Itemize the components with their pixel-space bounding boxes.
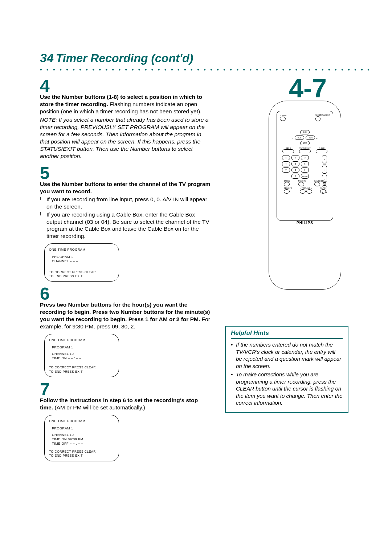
hints-item-1: If the numbers entered do not match the … bbox=[231, 341, 343, 369]
osd5-title: ONE TIME PROGRAM bbox=[49, 247, 114, 252]
step-number-7: 7 bbox=[40, 381, 211, 398]
step-6-lead-bold: Press two Number buttons for the hour(s)… bbox=[40, 302, 210, 322]
remote-num-8: 8 bbox=[291, 167, 299, 173]
step-5-bullet-1: If you are recording from line input, pr… bbox=[40, 196, 211, 210]
step-range-label: 4-7 bbox=[289, 75, 327, 101]
remote-rec-button bbox=[284, 189, 290, 194]
remote-tracking-dn bbox=[300, 189, 306, 194]
helpful-hints-box: Helpful Hints If the numbers entered do … bbox=[225, 326, 348, 413]
remote-tracking-up bbox=[306, 189, 312, 194]
page-title: Timer Recording (cont'd) bbox=[56, 52, 193, 65]
remote-illustration: POWER SLEEP/WAKE UP PLAY bbox=[269, 101, 341, 290]
remote-pause-button bbox=[314, 182, 320, 186]
remote-label-speed: SPEED bbox=[284, 180, 290, 182]
osd7-l4: TIME OFF – – : – – bbox=[52, 441, 114, 446]
osd6-f2: TO END PRESS EXIT bbox=[49, 370, 114, 374]
remote-ch-up: ʌ bbox=[322, 155, 327, 163]
remote-vol-up: ʌ bbox=[322, 175, 327, 183]
remote-label-power: POWER bbox=[280, 115, 287, 117]
step-number-5: 5 bbox=[40, 165, 211, 182]
remote-label-ch: CH bbox=[322, 163, 327, 165]
osd6-l2: CHANNEL 10 bbox=[52, 352, 114, 356]
remote-num-4: 4 bbox=[282, 161, 290, 166]
step-number-4: 4 bbox=[40, 77, 211, 95]
osd5-f1: TO CORRECT PRESS CLEAR bbox=[49, 270, 114, 274]
remote-stop-button: STOP bbox=[300, 141, 310, 145]
remote-label-recotr: REC/OTR bbox=[284, 187, 292, 189]
remote-number-pad: 1 2 3 4 5 6 7 8 9 0 ALT CH bbox=[282, 155, 311, 179]
remote-status-button bbox=[299, 149, 311, 153]
osd-step-6: ONE TIME PROGRAM PROGRAM 1 CHANNEL 10 TI… bbox=[44, 334, 119, 377]
step-4-note: NOTE: If you select a number that alread… bbox=[40, 116, 211, 159]
remote-label-vol: VOL bbox=[322, 183, 327, 185]
remote-power-button bbox=[280, 117, 286, 121]
step-7-lead-rest: (AM or PM will be set automatically.) bbox=[53, 404, 145, 411]
step-4-text: Use the Number buttons (1-8) to select a… bbox=[40, 93, 211, 115]
step-6-text: Press two Number buttons for the hour(s)… bbox=[40, 301, 211, 330]
osd7-l1: PROGRAM 1 bbox=[52, 426, 114, 430]
remote-num-1: 1 bbox=[282, 155, 290, 160]
osd5-f2: TO END PRESS EXIT bbox=[49, 274, 114, 278]
remote-num-5: 5 bbox=[291, 161, 299, 166]
remote-num-2: 2 bbox=[291, 155, 299, 160]
remote-altch-button: ALT CH bbox=[301, 174, 309, 179]
osd-step-5: ONE TIME PROGRAM PROGRAM 1 CHANNEL – – –… bbox=[44, 243, 119, 282]
remote-vol-dn: v bbox=[322, 185, 327, 193]
remote-num-9: 9 bbox=[301, 167, 309, 173]
remote-num-7: 7 bbox=[282, 167, 290, 173]
osd7-l2: CHANNEL 10 bbox=[52, 433, 114, 437]
remote-menu-button bbox=[282, 149, 294, 153]
step-number-6: 6 bbox=[40, 285, 211, 303]
step-7-text: Follow the instructions in step 6 to set… bbox=[40, 397, 211, 411]
hints-item-2: To make corrections while you are progra… bbox=[231, 371, 343, 407]
divider-dots: • • • • • • • • • • • • • • • • • • • • … bbox=[40, 66, 370, 72]
osd7-title: ONE TIME PROGRAM bbox=[49, 419, 114, 423]
osd5-l1: PROGRAM 1 bbox=[52, 255, 114, 259]
remote-num-3: 3 bbox=[301, 155, 309, 160]
step-5-lead: Use the Number buttons to enter the chan… bbox=[40, 181, 211, 195]
remote-play-button: PLAY bbox=[300, 130, 310, 134]
step-5-bullets: If you are recording from line input, pr… bbox=[40, 196, 211, 240]
osd6-title: ONE TIME PROGRAM bbox=[49, 338, 114, 342]
osd7-f2: TO END PRESS EXIT bbox=[49, 454, 114, 458]
remote-num-6: 6 bbox=[301, 161, 309, 166]
osd7-f1: TO CORRECT PRESS CLEAR bbox=[49, 450, 114, 454]
remote-memory-button bbox=[298, 182, 304, 186]
osd6-l3: TIME ON – – : – – bbox=[52, 356, 114, 360]
osd5-l2: CHANNEL – – – bbox=[52, 259, 114, 263]
remote-rew-button: REW bbox=[295, 136, 304, 140]
osd6-l1: PROGRAM 1 bbox=[52, 345, 114, 349]
osd-step-7: ONE TIME PROGRAM PROGRAM 1 CHANNEL 10 TI… bbox=[44, 415, 119, 461]
remote-brand: PHILIPS bbox=[269, 221, 341, 225]
osd6-f1: TO CORRECT PRESS CLEAR bbox=[49, 365, 114, 369]
remote-label-sleep: SLEEP/WAKE UP bbox=[315, 114, 330, 116]
step-5-bullet-2: If you are recording using a Cable Box, … bbox=[40, 211, 211, 240]
remote-label-memory: MEMORY bbox=[298, 180, 306, 182]
osd7-l3: TIME ON 09:30 PM bbox=[52, 437, 114, 441]
remote-speed-button bbox=[284, 182, 290, 186]
remote-sleep-button bbox=[315, 116, 320, 121]
remote-ch-dn: v bbox=[322, 166, 327, 174]
remote-clear-button bbox=[316, 149, 327, 153]
remote-num-0: 0 bbox=[291, 174, 299, 179]
remote-ffwd-button: F.FWD bbox=[306, 136, 315, 140]
page-number: 34 bbox=[40, 51, 54, 65]
helpful-hints-title: Helpful Hints bbox=[231, 329, 343, 339]
